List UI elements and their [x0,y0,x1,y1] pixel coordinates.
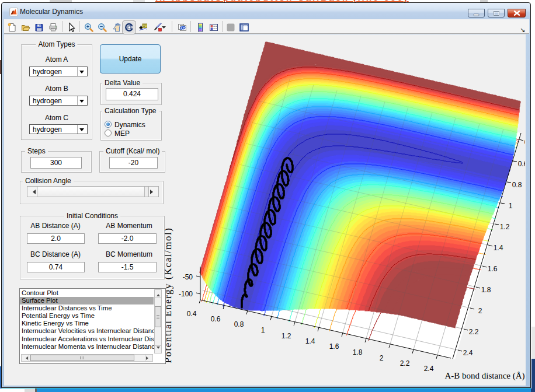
svg-text:2.2: 2.2 [400,359,410,368]
svg-text:1.8: 1.8 [481,286,491,294]
svg-text:2.2: 2.2 [469,328,479,336]
svg-text:0.8: 0.8 [234,320,244,328]
svg-text:1.2: 1.2 [282,332,291,340]
svg-text:1.2: 1.2 [500,223,510,231]
svg-text:2: 2 [380,354,384,362]
svg-text:1.8: 1.8 [353,348,363,356]
svg-text:0.4: 0.4 [524,138,534,146]
svg-text:-50: -50 [183,273,193,281]
svg-text:1: 1 [261,326,265,334]
svg-text:1.4: 1.4 [494,244,503,252]
svg-text:1.4: 1.4 [305,337,315,345]
svg-text:0.6: 0.6 [211,315,221,323]
svg-text:1.6: 1.6 [329,342,339,351]
svg-text:-100: -100 [179,290,193,298]
svg-text:1.6: 1.6 [488,265,498,273]
svg-text:A-B bond distance (Å): A-B bond distance (Å) [444,371,524,381]
svg-text:0.6: 0.6 [518,160,528,168]
svg-text:0.8: 0.8 [512,181,522,189]
svg-text:1: 1 [509,202,513,210]
svg-text:0.4: 0.4 [187,310,197,318]
svg-text:2: 2 [478,307,482,315]
svg-text:2.4: 2.4 [463,349,473,357]
svg-text:2.4: 2.4 [424,365,434,373]
